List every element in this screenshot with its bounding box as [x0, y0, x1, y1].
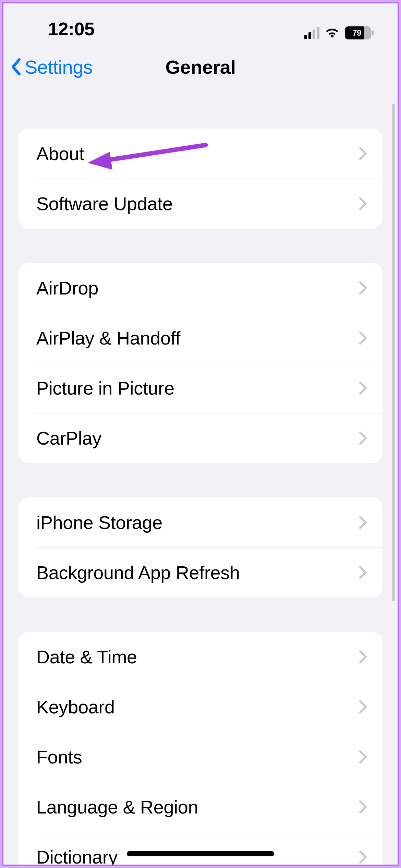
- row-label: AirPlay & Handoff: [36, 327, 359, 349]
- scrollbar[interactable]: [392, 104, 395, 601]
- row-carplay[interactable]: CarPlay: [19, 413, 382, 463]
- settings-list[interactable]: About Software Update AirDrop AirPlay & …: [3, 91, 398, 865]
- row-label: Software Update: [36, 193, 359, 214]
- chevron-right-icon: [359, 197, 367, 210]
- nav-header: Settings General: [3, 43, 398, 91]
- row-label: CarPlay: [36, 427, 359, 449]
- chevron-right-icon: [359, 331, 367, 345]
- row-label: AirDrop: [36, 277, 359, 299]
- settings-group: Date & Time Keyboard Fonts Language & Re…: [19, 632, 382, 865]
- row-iphone-storage[interactable]: iPhone Storage: [19, 497, 382, 547]
- chevron-right-icon: [359, 700, 367, 714]
- home-indicator[interactable]: [127, 851, 274, 856]
- row-background-app-refresh[interactable]: Background App Refresh: [19, 547, 382, 598]
- settings-group: AirDrop AirPlay & Handoff Picture in Pic…: [19, 263, 382, 463]
- battery-pct: 79: [352, 28, 363, 38]
- row-keyboard[interactable]: Keyboard: [19, 682, 382, 732]
- row-label: Date & Time: [36, 646, 359, 667]
- chevron-right-icon: [359, 516, 367, 529]
- row-software-update[interactable]: Software Update: [19, 179, 382, 229]
- row-language-region[interactable]: Language & Region: [19, 782, 382, 832]
- chevron-right-icon: [359, 650, 367, 664]
- row-dictionary[interactable]: Dictionary: [19, 832, 382, 865]
- status-bar: 12:05 79: [3, 3, 398, 43]
- cellular-icon: [304, 27, 319, 39]
- chevron-right-icon: [359, 566, 367, 579]
- chevron-right-icon: [359, 800, 367, 814]
- settings-group: About Software Update: [19, 129, 382, 229]
- chevron-right-icon: [359, 431, 367, 445]
- chevron-right-icon: [359, 381, 367, 395]
- wifi-icon: [324, 27, 340, 39]
- row-label: Language & Region: [36, 796, 359, 818]
- row-label: Picture in Picture: [36, 377, 359, 399]
- row-label: Fonts: [36, 746, 359, 768]
- row-about[interactable]: About: [19, 129, 382, 179]
- chevron-right-icon: [359, 281, 367, 295]
- screen: 12:05 79 Settings General Abo: [2, 2, 399, 866]
- battery-icon: 79: [345, 26, 374, 39]
- row-date-time[interactable]: Date & Time: [19, 632, 382, 682]
- row-picture-in-picture[interactable]: Picture in Picture: [19, 363, 382, 413]
- settings-group: iPhone Storage Background App Refresh: [19, 497, 382, 598]
- back-button[interactable]: Settings: [10, 56, 93, 78]
- row-airdrop[interactable]: AirDrop: [19, 263, 382, 313]
- status-icons: 79: [304, 26, 377, 39]
- chevron-right-icon: [359, 147, 367, 160]
- row-label: Background App Refresh: [36, 562, 359, 583]
- chevron-left-icon: [10, 58, 23, 76]
- row-fonts[interactable]: Fonts: [19, 732, 382, 782]
- row-label: iPhone Storage: [36, 512, 359, 533]
- row-airplay-handoff[interactable]: AirPlay & Handoff: [19, 313, 382, 363]
- row-label: About: [36, 143, 359, 164]
- chevron-right-icon: [359, 850, 367, 864]
- back-label: Settings: [25, 56, 93, 78]
- chevron-right-icon: [359, 750, 367, 764]
- status-time: 12:05: [24, 18, 95, 39]
- row-label: Keyboard: [36, 696, 359, 718]
